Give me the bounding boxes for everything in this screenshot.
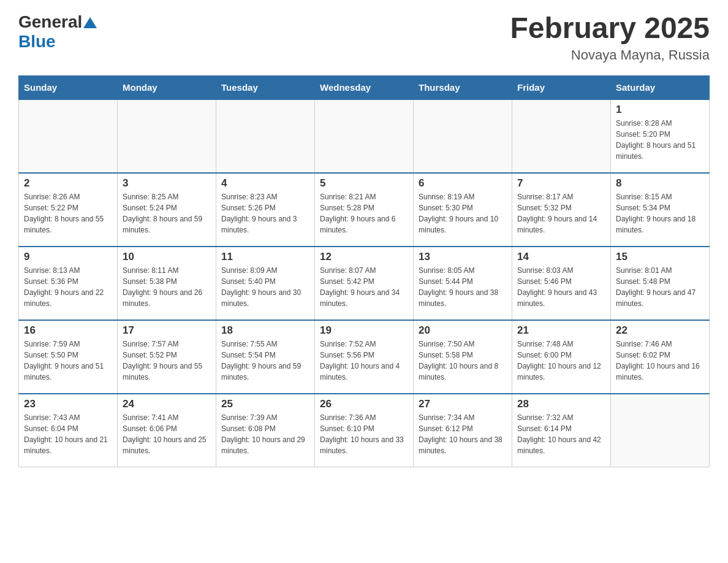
logo-triangle-icon bbox=[83, 15, 97, 28]
day-number: 6 bbox=[419, 177, 507, 190]
calendar-cell: 27Sunrise: 7:34 AMSunset: 6:12 PMDayligh… bbox=[414, 394, 512, 467]
day-number: 21 bbox=[517, 324, 605, 337]
calendar-body: 1Sunrise: 8:28 AMSunset: 5:20 PMDaylight… bbox=[19, 99, 710, 467]
calendar-week-row: 2Sunrise: 8:26 AMSunset: 5:22 PMDaylight… bbox=[19, 173, 710, 247]
day-number: 10 bbox=[123, 251, 211, 263]
day-info: Sunrise: 7:57 AMSunset: 5:52 PMDaylight:… bbox=[123, 339, 211, 383]
logo-blue-text: Blue bbox=[18, 32, 56, 51]
day-number: 15 bbox=[616, 251, 704, 263]
calendar-cell: 14Sunrise: 8:03 AMSunset: 5:46 PMDayligh… bbox=[512, 247, 611, 320]
weekday-header-row: SundayMondayTuesdayWednesdayThursdayFrid… bbox=[19, 75, 710, 99]
calendar-cell: 3Sunrise: 8:25 AMSunset: 5:24 PMDaylight… bbox=[118, 173, 216, 247]
day-number: 16 bbox=[24, 324, 112, 337]
weekday-header-wednesday: Wednesday bbox=[315, 75, 414, 99]
weekday-header-thursday: Thursday bbox=[414, 75, 512, 99]
calendar-cell: 23Sunrise: 7:43 AMSunset: 6:04 PMDayligh… bbox=[19, 394, 118, 467]
logo-general-text: General bbox=[18, 12, 82, 32]
calendar-cell: 2Sunrise: 8:26 AMSunset: 5:22 PMDaylight… bbox=[19, 173, 118, 247]
day-number: 13 bbox=[419, 251, 507, 263]
calendar-cell: 17Sunrise: 7:57 AMSunset: 5:52 PMDayligh… bbox=[118, 320, 216, 394]
day-info: Sunrise: 7:55 AMSunset: 5:54 PMDaylight:… bbox=[221, 339, 309, 383]
calendar-cell: 22Sunrise: 7:46 AMSunset: 6:02 PMDayligh… bbox=[611, 320, 710, 394]
day-number: 19 bbox=[320, 324, 408, 337]
day-info: Sunrise: 7:52 AMSunset: 5:56 PMDaylight:… bbox=[320, 339, 408, 383]
day-info: Sunrise: 8:01 AMSunset: 5:48 PMDaylight:… bbox=[616, 265, 704, 309]
day-number: 23 bbox=[24, 398, 112, 410]
calendar-cell: 28Sunrise: 7:32 AMSunset: 6:14 PMDayligh… bbox=[512, 394, 611, 467]
day-info: Sunrise: 8:23 AMSunset: 5:26 PMDaylight:… bbox=[221, 191, 309, 236]
day-number: 11 bbox=[221, 251, 309, 263]
weekday-header-monday: Monday bbox=[118, 75, 216, 99]
calendar-cell: 4Sunrise: 8:23 AMSunset: 5:26 PMDaylight… bbox=[216, 173, 315, 247]
calendar-cell: 8Sunrise: 8:15 AMSunset: 5:34 PMDaylight… bbox=[611, 173, 710, 247]
calendar-cell: 1Sunrise: 8:28 AMSunset: 5:20 PMDaylight… bbox=[611, 99, 710, 173]
day-info: Sunrise: 8:21 AMSunset: 5:28 PMDaylight:… bbox=[320, 191, 408, 236]
weekday-header-sunday: Sunday bbox=[19, 75, 118, 99]
day-info: Sunrise: 8:28 AMSunset: 5:20 PMDaylight:… bbox=[616, 118, 704, 162]
calendar-cell bbox=[216, 99, 315, 173]
calendar-cell: 21Sunrise: 7:48 AMSunset: 6:00 PMDayligh… bbox=[512, 320, 611, 394]
day-number: 20 bbox=[419, 324, 507, 337]
weekday-header-saturday: Saturday bbox=[611, 75, 710, 99]
calendar-cell: 13Sunrise: 8:05 AMSunset: 5:44 PMDayligh… bbox=[414, 247, 512, 320]
day-info: Sunrise: 8:05 AMSunset: 5:44 PMDaylight:… bbox=[419, 265, 507, 309]
calendar-cell: 7Sunrise: 8:17 AMSunset: 5:32 PMDaylight… bbox=[512, 173, 611, 247]
day-number: 27 bbox=[419, 398, 507, 410]
day-number: 17 bbox=[123, 324, 211, 337]
day-number: 12 bbox=[320, 251, 408, 263]
day-number: 2 bbox=[24, 177, 112, 190]
calendar-cell bbox=[414, 99, 512, 173]
day-info: Sunrise: 8:11 AMSunset: 5:38 PMDaylight:… bbox=[123, 265, 211, 309]
calendar-cell: 19Sunrise: 7:52 AMSunset: 5:56 PMDayligh… bbox=[315, 320, 414, 394]
day-info: Sunrise: 8:26 AMSunset: 5:22 PMDaylight:… bbox=[24, 191, 112, 236]
day-info: Sunrise: 7:32 AMSunset: 6:14 PMDaylight:… bbox=[517, 412, 605, 456]
day-info: Sunrise: 7:39 AMSunset: 6:08 PMDaylight:… bbox=[221, 412, 309, 456]
calendar-cell: 6Sunrise: 8:19 AMSunset: 5:30 PMDaylight… bbox=[414, 173, 512, 247]
day-number: 18 bbox=[221, 324, 309, 337]
day-info: Sunrise: 8:07 AMSunset: 5:42 PMDaylight:… bbox=[320, 265, 408, 309]
calendar-week-row: 16Sunrise: 7:59 AMSunset: 5:50 PMDayligh… bbox=[19, 320, 710, 394]
day-number: 24 bbox=[123, 398, 211, 410]
day-number: 4 bbox=[221, 177, 309, 190]
calendar-header: SundayMondayTuesdayWednesdayThursdayFrid… bbox=[19, 75, 710, 99]
calendar-week-row: 23Sunrise: 7:43 AMSunset: 6:04 PMDayligh… bbox=[19, 394, 710, 467]
day-info: Sunrise: 7:50 AMSunset: 5:58 PMDaylight:… bbox=[419, 339, 507, 383]
calendar-title: February 2025 bbox=[510, 12, 710, 45]
day-number: 7 bbox=[517, 177, 605, 190]
day-number: 22 bbox=[616, 324, 704, 337]
calendar-cell: 20Sunrise: 7:50 AMSunset: 5:58 PMDayligh… bbox=[414, 320, 512, 394]
calendar-cell bbox=[512, 99, 611, 173]
calendar-subtitle: Novaya Mayna, Russia bbox=[510, 47, 710, 63]
day-number: 26 bbox=[320, 398, 408, 410]
calendar-cell bbox=[315, 99, 414, 173]
page-header: General Blue February 2025 Novaya Mayna,… bbox=[18, 12, 710, 63]
day-info: Sunrise: 8:13 AMSunset: 5:36 PMDaylight:… bbox=[24, 265, 112, 309]
calendar-cell: 16Sunrise: 7:59 AMSunset: 5:50 PMDayligh… bbox=[19, 320, 118, 394]
day-number: 28 bbox=[517, 398, 605, 410]
day-info: Sunrise: 7:34 AMSunset: 6:12 PMDaylight:… bbox=[419, 412, 507, 456]
day-info: Sunrise: 7:46 AMSunset: 6:02 PMDaylight:… bbox=[616, 339, 704, 383]
day-info: Sunrise: 8:17 AMSunset: 5:32 PMDaylight:… bbox=[517, 191, 605, 236]
day-number: 5 bbox=[320, 177, 408, 190]
logo: General Blue bbox=[18, 12, 97, 52]
weekday-header-friday: Friday bbox=[512, 75, 611, 99]
svg-marker-0 bbox=[83, 17, 97, 28]
day-number: 14 bbox=[517, 251, 605, 263]
day-number: 9 bbox=[24, 251, 112, 263]
calendar-cell bbox=[118, 99, 216, 173]
day-number: 1 bbox=[616, 104, 704, 116]
calendar-table: SundayMondayTuesdayWednesdayThursdayFrid… bbox=[18, 75, 710, 468]
day-info: Sunrise: 8:09 AMSunset: 5:40 PMDaylight:… bbox=[221, 265, 309, 309]
calendar-cell: 25Sunrise: 7:39 AMSunset: 6:08 PMDayligh… bbox=[216, 394, 315, 467]
calendar-cell: 12Sunrise: 8:07 AMSunset: 5:42 PMDayligh… bbox=[315, 247, 414, 320]
calendar-week-row: 9Sunrise: 8:13 AMSunset: 5:36 PMDaylight… bbox=[19, 247, 710, 320]
calendar-cell: 15Sunrise: 8:01 AMSunset: 5:48 PMDayligh… bbox=[611, 247, 710, 320]
calendar-cell: 10Sunrise: 8:11 AMSunset: 5:38 PMDayligh… bbox=[118, 247, 216, 320]
day-info: Sunrise: 8:25 AMSunset: 5:24 PMDaylight:… bbox=[123, 191, 211, 236]
day-info: Sunrise: 7:48 AMSunset: 6:00 PMDaylight:… bbox=[517, 339, 605, 383]
calendar-cell: 5Sunrise: 8:21 AMSunset: 5:28 PMDaylight… bbox=[315, 173, 414, 247]
weekday-header-tuesday: Tuesday bbox=[216, 75, 315, 99]
day-info: Sunrise: 8:03 AMSunset: 5:46 PMDaylight:… bbox=[517, 265, 605, 309]
calendar-week-row: 1Sunrise: 8:28 AMSunset: 5:20 PMDaylight… bbox=[19, 99, 710, 173]
calendar-cell: 11Sunrise: 8:09 AMSunset: 5:40 PMDayligh… bbox=[216, 247, 315, 320]
